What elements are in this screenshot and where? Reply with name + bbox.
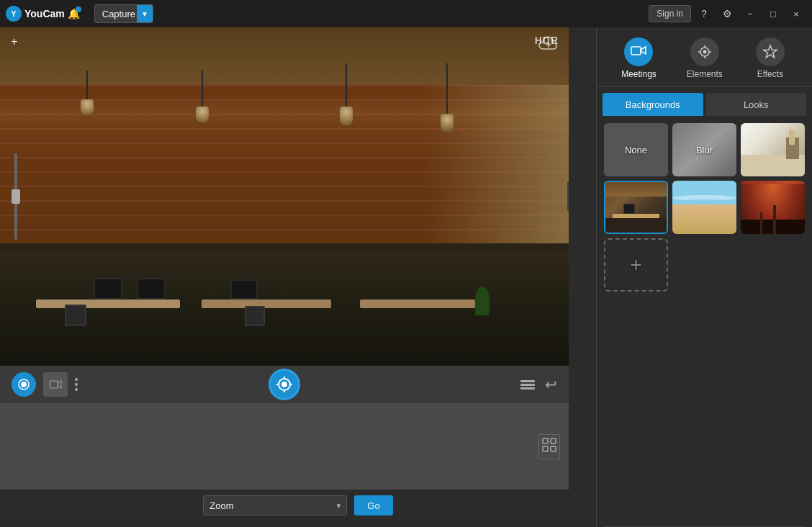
- svg-point-15: [703, 50, 706, 54]
- effects-label: Effects: [757, 69, 783, 79]
- elements-tab-icon[interactable]: Elements: [675, 33, 734, 84]
- background-autumn[interactable]: [741, 181, 805, 234]
- grid-view-button[interactable]: [538, 434, 560, 459]
- elements-icon: [690, 37, 719, 66]
- svg-rect-9: [543, 438, 548, 443]
- minimize-button[interactable]: −: [740, 4, 760, 24]
- zoom-dropdown-arrow-icon: ▼: [335, 502, 342, 510]
- panel-tabs: Backgrounds Looks: [597, 87, 812, 116]
- add-background-button[interactable]: +: [604, 238, 668, 292]
- looks-tab[interactable]: Looks: [706, 93, 807, 116]
- camera-controls-bar: ↩: [0, 366, 569, 403]
- maximize-button[interactable]: □: [763, 4, 783, 24]
- layers-button[interactable]: [520, 380, 535, 389]
- bottom-bar: Zoom ▼ Go: [0, 490, 596, 521]
- background-blur[interactable]: Blur: [672, 123, 736, 176]
- undo-button[interactable]: ↩: [545, 376, 557, 393]
- meetings-label: Meetings: [621, 69, 657, 79]
- background-beach[interactable]: [672, 181, 736, 234]
- go-button[interactable]: Go: [354, 495, 392, 515]
- right-panel: Meetings Elements Effect: [596, 27, 812, 527]
- notification-bell[interactable]: 🔔: [68, 8, 80, 19]
- dropdown-arrow-icon: ▼: [137, 5, 153, 22]
- camera-preview: HDR + ‹: [0, 27, 569, 366]
- collapse-panel-button[interactable]: ‹: [567, 182, 569, 211]
- backgrounds-tab[interactable]: Backgrounds: [603, 93, 703, 116]
- svg-rect-12: [551, 446, 556, 451]
- main-content: HDR + ‹: [0, 27, 812, 527]
- background-office[interactable]: [604, 181, 668, 234]
- svg-point-1: [21, 382, 27, 387]
- preview-image: [0, 27, 569, 366]
- zoom-dropdown[interactable]: Zoom ▼: [203, 495, 347, 515]
- zoom-plus-button[interactable]: +: [7, 35, 22, 49]
- app-logo: Y YouCam 🔔: [6, 6, 80, 22]
- controls-right: ↩: [520, 376, 557, 393]
- app-name: YouCam: [24, 8, 65, 19]
- notification-badge: [76, 6, 81, 12]
- svg-point-4: [281, 382, 287, 387]
- titlebar-right: Sign in ? ⚙ − □ ×: [649, 4, 806, 24]
- settings-icon[interactable]: ⚙: [717, 4, 737, 24]
- shutter-button[interactable]: [269, 369, 300, 400]
- exposure-slider[interactable]: [10, 153, 22, 240]
- right-top-icons: Meetings Elements Effect: [597, 27, 812, 87]
- left-panel: HDR + ‹: [0, 27, 596, 527]
- video-mode-button[interactable]: [43, 372, 68, 397]
- elements-label: Elements: [687, 69, 723, 79]
- background-none[interactable]: None: [604, 123, 668, 176]
- backgrounds-grid: None Blur: [597, 116, 812, 526]
- signin-button[interactable]: Sign in: [649, 5, 691, 22]
- help-icon[interactable]: ?: [694, 4, 714, 24]
- svg-rect-13: [631, 47, 641, 55]
- close-button[interactable]: ×: [786, 4, 806, 24]
- slider-track: [14, 153, 17, 240]
- capture-dropdown[interactable]: Capture ▼: [94, 4, 153, 23]
- meetings-icon: [624, 37, 653, 66]
- more-options-button[interactable]: [75, 378, 78, 391]
- thumbnail-strip: [0, 403, 569, 490]
- effects-tab-icon[interactable]: Effects: [741, 33, 799, 84]
- svg-rect-2: [50, 381, 58, 388]
- meetings-tab-icon[interactable]: Meetings: [610, 33, 668, 84]
- cloud-upload-icon[interactable]: [538, 36, 559, 55]
- background-room[interactable]: [741, 123, 805, 176]
- slider-thumb[interactable]: [12, 189, 20, 204]
- photo-mode-button[interactable]: [12, 372, 36, 397]
- background-blur-label: Blur: [696, 145, 713, 156]
- svg-rect-11: [543, 446, 548, 451]
- logo-icon: Y: [6, 6, 22, 22]
- effects-icon: [756, 37, 785, 66]
- svg-rect-10: [551, 438, 556, 443]
- background-none-label: None: [625, 145, 647, 156]
- add-background-icon: +: [630, 253, 641, 276]
- titlebar: Y YouCam 🔔 Capture ▼ Sign in ? ⚙ − □ ×: [0, 0, 812, 27]
